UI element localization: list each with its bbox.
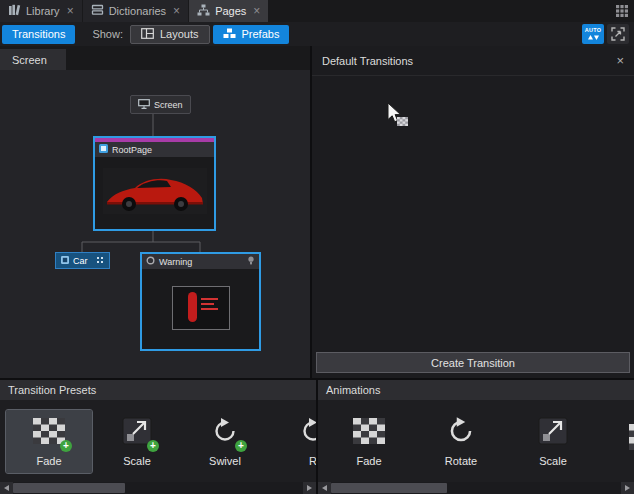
close-icon[interactable]: × — [67, 5, 74, 17]
scale-icon — [538, 417, 568, 447]
node-rootpage-thumbnail — [95, 157, 214, 225]
preset-item-swivel[interactable]: + Swivel — [182, 410, 268, 473]
node-warning-header[interactable]: Warning — [142, 254, 259, 269]
preset-item-label: Scale — [123, 455, 151, 467]
animation-item-clipped[interactable] — [600, 416, 634, 467]
animations-header: Animations — [318, 380, 634, 400]
screen-tab-label: Screen — [12, 54, 47, 66]
preset-item-scale[interactable]: + Scale — [94, 410, 180, 473]
default-transitions-panel: Default Transitions × Create Transition — [312, 46, 634, 378]
animations-horizontal-scrollbar[interactable] — [318, 482, 634, 494]
transitions-toolbar: Transitions Show: Layouts Prefabs AUTO — [0, 22, 634, 46]
graph-tab-strip: Screen — [0, 46, 310, 70]
preset-item-clipped[interactable]: + R — [270, 410, 316, 473]
close-icon[interactable]: × — [253, 5, 260, 17]
node-rootpage[interactable]: RootPage — [93, 136, 216, 231]
page-graph-panel: Screen Screen RootPage — [0, 46, 310, 378]
prefabs-button-label: Prefabs — [242, 28, 280, 40]
scrollbar-thumb[interactable] — [331, 483, 447, 493]
clipped-icon — [629, 424, 634, 452]
animation-item-rotate[interactable]: Rotate — [416, 410, 506, 473]
rotate-icon — [445, 415, 477, 449]
mouse-cursor — [386, 102, 410, 130]
document-tab-bar: Library × Dictionaries × Pages × — [0, 0, 634, 22]
animation-item-label: Scale — [539, 455, 567, 467]
node-rootpage-header[interactable]: RootPage — [95, 142, 214, 157]
layouts-icon — [141, 28, 154, 41]
preset-item-label: R — [309, 455, 316, 467]
close-icon[interactable]: × — [616, 54, 624, 67]
animations-title: Animations — [326, 384, 380, 396]
state-icon — [146, 256, 155, 267]
auto-label: AUTO — [585, 28, 601, 34]
node-warning-thumbnail — [142, 269, 259, 347]
auto-arrange-button[interactable]: AUTO — [582, 24, 604, 44]
page-icon — [61, 256, 69, 266]
node-warning[interactable]: Warning — [140, 252, 261, 351]
scroll-left-icon[interactable] — [0, 482, 13, 494]
transitions-button-label: Transitions — [12, 28, 65, 40]
animation-item-fade[interactable]: Fade — [324, 410, 414, 473]
fit-screen-icon — [611, 27, 625, 41]
scrollbar-track[interactable] — [331, 482, 621, 494]
layouts-toggle-button[interactable]: Layouts — [130, 25, 210, 44]
add-badge-icon: + — [235, 440, 247, 452]
node-car-label: Car — [73, 256, 88, 266]
transition-presets-header: Transition Presets — [0, 380, 316, 400]
warning-preview-image — [172, 286, 230, 330]
preset-item-fade[interactable]: + Fade — [6, 410, 92, 473]
tab-label: Library — [26, 5, 60, 17]
fade-checkerboard-icon — [33, 418, 65, 446]
scroll-right-icon[interactable] — [303, 482, 316, 494]
scroll-right-icon[interactable] — [621, 482, 634, 494]
grip-icon — [97, 256, 104, 266]
tab-library[interactable]: Library × — [0, 0, 82, 22]
page-icon — [99, 144, 108, 155]
pages-icon — [197, 4, 210, 18]
animations-panel: Animations Fade Rotate — [318, 380, 634, 494]
window-grid-icon[interactable] — [610, 0, 634, 22]
animation-item-scale[interactable]: Scale — [508, 410, 598, 473]
tab-bar-spacer — [269, 0, 610, 22]
toolbar-right-group: AUTO — [582, 24, 632, 44]
node-screen-label: Screen — [154, 100, 183, 110]
car-preview-image — [103, 168, 207, 214]
node-rootpage-label: RootPage — [112, 145, 152, 155]
close-icon[interactable]: × — [173, 5, 180, 17]
add-badge-icon: + — [60, 440, 72, 452]
transitions-button[interactable]: Transitions — [2, 25, 75, 44]
dictionaries-icon — [91, 4, 104, 18]
scroll-left-icon[interactable] — [318, 482, 331, 494]
node-car[interactable]: Car — [55, 252, 110, 269]
tab-label: Pages — [215, 5, 246, 17]
animations-list: Fade Rotate Scale — [318, 400, 634, 482]
tab-screen[interactable]: Screen — [0, 49, 66, 70]
animation-item-label: Fade — [356, 455, 381, 467]
prefabs-toggle-button[interactable]: Prefabs — [213, 25, 290, 44]
layouts-button-label: Layouts — [160, 28, 199, 40]
default-transitions-header: Default Transitions × — [312, 46, 634, 76]
show-label: Show: — [92, 28, 123, 40]
library-icon — [8, 4, 21, 18]
sort-arrows-icon — [588, 35, 599, 40]
presets-horizontal-scrollbar[interactable] — [0, 482, 316, 494]
scrollbar-track[interactable] — [13, 482, 303, 494]
tab-dictionaries[interactable]: Dictionaries × — [83, 0, 188, 22]
tab-pages[interactable]: Pages × — [189, 0, 268, 22]
create-transition-button[interactable]: Create Transition — [316, 352, 630, 373]
create-transition-label: Create Transition — [431, 357, 515, 369]
rotate-icon — [298, 416, 316, 448]
page-graph-canvas[interactable]: Screen RootPage — [0, 70, 310, 378]
fit-to-view-button[interactable] — [607, 24, 629, 44]
scrollbar-thumb[interactable] — [13, 483, 125, 493]
default-transitions-title: Default Transitions — [322, 55, 413, 67]
kanzi-editor-window: Library × Dictionaries × Pages × Transit… — [0, 0, 634, 494]
prefabs-icon — [223, 28, 236, 41]
node-warning-label: Warning — [159, 257, 192, 267]
add-badge-icon: + — [147, 440, 159, 452]
bulb-icon — [247, 256, 255, 267]
node-screen[interactable]: Screen — [130, 95, 191, 114]
preset-item-label: Swivel — [209, 455, 241, 467]
preset-item-label: Fade — [36, 455, 61, 467]
transition-presets-title: Transition Presets — [8, 384, 96, 396]
